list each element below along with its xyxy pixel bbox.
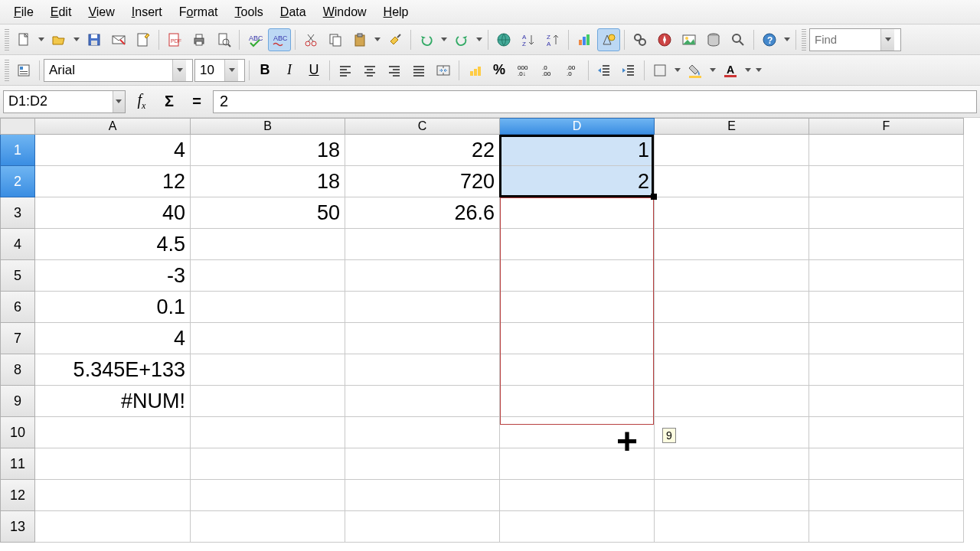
function-wizard-button[interactable]: fx [130, 90, 153, 113]
new-doc-dropdown[interactable] [37, 28, 46, 51]
cell-C11[interactable] [345, 448, 500, 480]
cell-E8[interactable] [655, 354, 809, 386]
redo-dropdown[interactable] [475, 28, 484, 51]
select-all-corner[interactable] [0, 118, 35, 135]
formula-input[interactable] [213, 90, 977, 113]
merge-cells-button[interactable] [432, 59, 455, 82]
row-header-13[interactable]: 13 [0, 511, 35, 543]
cell-F11[interactable] [809, 448, 964, 480]
cell-F12[interactable] [809, 480, 964, 511]
cell-E1[interactable] [655, 135, 809, 166]
font-size-input[interactable] [195, 60, 224, 81]
sort-asc-button[interactable]: AZ [517, 28, 540, 51]
currency-button[interactable] [463, 59, 486, 82]
cell-E6[interactable] [655, 292, 809, 323]
format-toolbar-overflow[interactable] [754, 59, 763, 82]
cell-D11[interactable] [500, 448, 655, 480]
menu-format[interactable]: Format [172, 2, 226, 22]
cell-B4[interactable] [191, 229, 345, 260]
borders-dropdown[interactable] [673, 59, 682, 82]
name-box[interactable] [3, 90, 126, 113]
cell-E5[interactable] [655, 260, 809, 292]
cell-E3[interactable] [655, 197, 809, 229]
menu-edit[interactable]: Edit [43, 2, 80, 22]
cell-A6[interactable]: 0.1 [35, 292, 191, 323]
cell-C7[interactable] [345, 323, 500, 354]
cell-E7[interactable] [655, 323, 809, 354]
cut-button[interactable] [299, 28, 322, 51]
toolbar-grip-3[interactable] [5, 60, 9, 81]
cell-F13[interactable] [809, 511, 964, 543]
cell-E11[interactable] [655, 448, 809, 480]
cell-reference-input[interactable] [4, 91, 113, 112]
menu-view[interactable]: View [80, 2, 122, 22]
cell-C2[interactable]: 720 [345, 166, 500, 197]
open-button[interactable] [47, 28, 70, 51]
cell-C5[interactable] [345, 260, 500, 292]
font-size-combo[interactable] [194, 59, 245, 82]
copy-button[interactable] [324, 28, 347, 51]
cell-B1[interactable]: 18 [191, 135, 345, 166]
cell-A3[interactable]: 40 [35, 197, 191, 229]
fill-handle[interactable] [651, 194, 657, 200]
cell-B13[interactable] [191, 511, 345, 543]
row-header-8[interactable]: 8 [0, 354, 35, 386]
cell-D3[interactable] [500, 197, 655, 229]
cell-A13[interactable] [35, 511, 191, 543]
toolbar-overflow[interactable] [782, 28, 792, 51]
font-color-button[interactable]: A [719, 59, 742, 82]
cell-B7[interactable] [191, 323, 345, 354]
cell-B5[interactable] [191, 260, 345, 292]
cell-F1[interactable] [809, 135, 964, 166]
font-name-combo[interactable] [44, 59, 193, 82]
cell-D12[interactable] [500, 480, 655, 511]
cell-F7[interactable] [809, 323, 964, 354]
cell-D9[interactable] [500, 386, 655, 417]
email-button[interactable] [107, 28, 130, 51]
cell-A8[interactable]: 5.345E+133 [35, 354, 191, 386]
cell-E2[interactable] [655, 166, 809, 197]
number-format-button[interactable]: 000.0↓ [512, 59, 535, 82]
cell-D1[interactable]: 1 [500, 135, 655, 166]
column-header-F[interactable]: F [809, 118, 964, 135]
auto-spellcheck-button[interactable]: ABC [268, 28, 291, 51]
column-header-B[interactable]: B [191, 118, 345, 135]
cell-C8[interactable] [345, 354, 500, 386]
cell-C13[interactable] [345, 511, 500, 543]
column-header-C[interactable]: C [345, 118, 500, 135]
toolbar-grip[interactable] [5, 29, 9, 51]
export-pdf-button[interactable]: PDF [163, 28, 186, 51]
equals-button[interactable]: = [185, 90, 208, 113]
cell-D6[interactable] [500, 292, 655, 323]
cell-F4[interactable] [809, 229, 964, 260]
align-right-button[interactable] [383, 59, 406, 82]
save-button[interactable] [83, 28, 106, 51]
cell-B11[interactable] [191, 448, 345, 480]
cell-A4[interactable]: 4.5 [35, 229, 191, 260]
chart-button[interactable] [573, 28, 596, 51]
row-header-7[interactable]: 7 [0, 323, 35, 354]
paste-dropdown[interactable] [373, 28, 382, 51]
add-decimal-button[interactable]: .0.00 [537, 59, 560, 82]
cell-D7[interactable] [500, 323, 655, 354]
find-dropdown-arrow[interactable] [880, 29, 894, 51]
cell-F3[interactable] [809, 197, 964, 229]
menu-help[interactable]: Help [376, 2, 416, 22]
data-sources-button[interactable] [702, 28, 725, 51]
borders-button[interactable] [648, 59, 671, 82]
row-header-5[interactable]: 5 [0, 260, 35, 292]
paste-button[interactable] [348, 28, 371, 51]
row-header-2[interactable]: 2 [0, 166, 35, 197]
undo-dropdown[interactable] [439, 28, 449, 51]
cell-B12[interactable] [191, 480, 345, 511]
cell-E10[interactable] [655, 417, 809, 448]
row-header-4[interactable]: 4 [0, 229, 35, 260]
cell-E9[interactable] [655, 386, 809, 417]
cell-C6[interactable] [345, 292, 500, 323]
cell-D8[interactable] [500, 354, 655, 386]
help-button[interactable]: ? [758, 28, 781, 51]
column-header-D[interactable]: D [500, 118, 655, 135]
cell-E13[interactable] [655, 511, 809, 543]
sum-button[interactable]: Σ [158, 90, 181, 113]
italic-button[interactable]: I [278, 59, 301, 82]
